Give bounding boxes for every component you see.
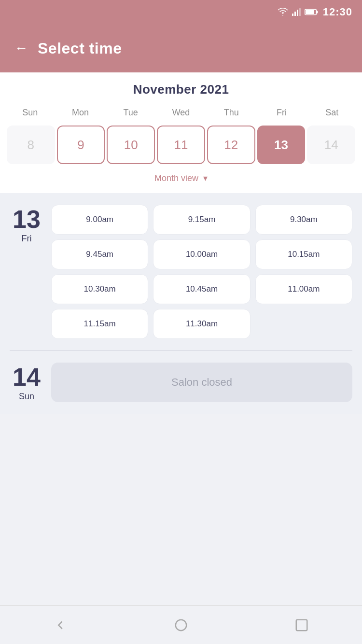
day-number-13: 13	[13, 207, 41, 232]
day-header-tue: Tue	[106, 106, 156, 120]
day-header-thu: Thu	[206, 106, 256, 120]
cal-day-12[interactable]: 12	[207, 126, 255, 164]
svg-rect-3	[299, 8, 301, 16]
time-slot-945am[interactable]: 9.45am	[51, 239, 148, 269]
day-header-fri: Fri	[256, 106, 306, 120]
app-header: ← Select time	[0, 24, 362, 72]
calendar-section: November 2021 Sun Mon Tue Wed Thu Fri Sa…	[0, 72, 362, 193]
time-grid-13: 9.00am 9.15am 9.30am 9.45am 10.00am 10.1…	[51, 205, 352, 339]
svg-rect-0	[292, 14, 293, 16]
svg-rect-8	[296, 619, 307, 630]
svg-rect-6	[306, 10, 314, 14]
recent-nav-icon	[294, 618, 309, 632]
calendar-week-row: 8 9 10 11 12 13 14	[5, 124, 357, 166]
battery-icon	[305, 8, 318, 16]
time-slot-915am[interactable]: 9.15am	[153, 205, 250, 235]
page-title: Select time	[38, 40, 122, 57]
nav-home-button[interactable]	[169, 613, 193, 637]
month-year-label: November 2021	[5, 82, 357, 97]
time-slot-1000am[interactable]: 10.00am	[153, 239, 250, 269]
time-slot-1015am[interactable]: 10.15am	[255, 239, 352, 269]
time-slot-1115am[interactable]: 11.15am	[51, 309, 148, 339]
time-slot-1130am[interactable]: 11.30am	[153, 309, 250, 339]
day-name-fri: Fri	[22, 234, 32, 244]
cal-day-8[interactable]: 8	[7, 126, 55, 164]
signal-icon	[292, 8, 301, 16]
cal-day-10[interactable]: 10	[107, 126, 155, 164]
chevron-down-icon: ▾	[203, 173, 208, 183]
day-number-14: 14	[13, 364, 41, 390]
day-header-sat: Sat	[307, 106, 357, 120]
back-nav-icon	[53, 618, 68, 632]
month-view-label: Month view	[154, 173, 198, 183]
home-nav-icon	[174, 618, 188, 632]
svg-rect-5	[317, 11, 318, 14]
month-view-toggle[interactable]: Month view ▾	[5, 166, 357, 188]
day-header-wed: Wed	[156, 106, 206, 120]
cal-day-13[interactable]: 13	[257, 126, 306, 164]
status-icons	[278, 8, 318, 16]
wifi-icon	[278, 8, 288, 16]
day-header-sun: Sun	[5, 106, 55, 120]
day-row-14: 14 Sun Salon closed	[0, 351, 362, 414]
day-header-mon: Mon	[55, 106, 105, 120]
back-button[interactable]: ←	[14, 41, 28, 56]
cal-day-9[interactable]: 9	[57, 126, 105, 164]
time-slot-1100am[interactable]: 11.00am	[255, 274, 352, 304]
time-slot-930am[interactable]: 9.30am	[255, 205, 352, 235]
day-row-13: 13 Fri 9.00am 9.15am 9.30am 9.45am 10.00…	[0, 193, 362, 350]
nav-bar	[0, 605, 362, 644]
time-section: 13 Fri 9.00am 9.15am 9.30am 9.45am 10.00…	[0, 193, 362, 414]
day-label-14: 14 Sun	[10, 363, 43, 402]
time-slot-900am[interactable]: 9.00am	[51, 205, 148, 235]
svg-point-7	[176, 619, 187, 630]
day-name-sun: Sun	[19, 392, 34, 402]
nav-recent-button[interactable]	[290, 613, 314, 637]
day-headers-row: Sun Mon Tue Wed Thu Fri Sat	[5, 106, 357, 120]
status-time: 12:30	[323, 6, 352, 18]
cal-day-14[interactable]: 14	[307, 126, 355, 164]
svg-rect-2	[297, 10, 298, 16]
time-slot-1045am[interactable]: 10.45am	[153, 274, 250, 304]
salon-closed-box: Salon closed	[51, 363, 352, 402]
cal-day-11[interactable]: 11	[157, 126, 205, 164]
time-slot-1030am[interactable]: 10.30am	[51, 274, 148, 304]
day-label-13: 13 Fri	[10, 205, 43, 339]
nav-back-button[interactable]	[48, 613, 72, 637]
salon-closed-label: Salon closed	[171, 376, 232, 389]
svg-rect-1	[294, 12, 296, 16]
status-bar: 12:30	[0, 0, 362, 24]
